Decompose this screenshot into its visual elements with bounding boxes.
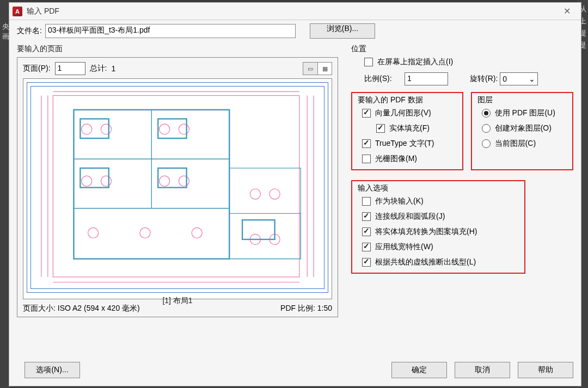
floorplan-preview bbox=[35, 90, 320, 285]
total-label: 总计: bbox=[90, 64, 107, 73]
pdf-data-legend: 要输入的 PDF 数据 bbox=[358, 95, 457, 105]
svg-point-18 bbox=[140, 227, 150, 238]
scale-label: 比例(S): bbox=[364, 74, 402, 84]
pdf-scale-label: PDF 比例: 1:50 bbox=[280, 304, 332, 313]
svg-point-20 bbox=[250, 189, 260, 199]
svg-rect-6 bbox=[74, 208, 229, 259]
view-toggle: ▭ ▦ bbox=[303, 62, 332, 75]
svg-rect-34 bbox=[242, 220, 275, 239]
browse-button[interactable]: 浏览(B)... bbox=[310, 23, 375, 39]
create-object-layers-radio[interactable] bbox=[482, 124, 491, 133]
svg-rect-30 bbox=[80, 119, 108, 138]
layers-group: 图层 使用 PDF 图层(U) 创建对象图层(O) 当前图层(C) bbox=[471, 92, 573, 170]
svg-rect-33 bbox=[158, 168, 186, 188]
as-block-label: 作为块输入(K) bbox=[375, 196, 424, 206]
svg-point-19 bbox=[192, 227, 202, 238]
preview-legend: 要输入的页面 bbox=[17, 44, 338, 54]
use-pdf-layers-radio[interactable] bbox=[482, 109, 491, 118]
ok-button[interactable]: 确定 bbox=[391, 362, 447, 378]
dialog-footer: 选项(N)... 确定 取消 帮助 bbox=[17, 362, 573, 378]
solid-fills-label: 实体填充(F) bbox=[389, 124, 430, 133]
current-layer-label: 当前图层(C) bbox=[495, 139, 536, 149]
svg-rect-0 bbox=[53, 96, 299, 277]
thumbnail-frame[interactable] bbox=[27, 82, 328, 293]
thumbnail-container: [1] 布局1 bbox=[23, 78, 332, 299]
svg-point-14 bbox=[101, 176, 111, 186]
pdf-data-group: 要输入的 PDF 数据 向量几何图形(V) 实体填充(F) TrueType 文… bbox=[351, 92, 463, 170]
position-legend: 位置 bbox=[351, 44, 573, 54]
solid-fills-checkbox[interactable] bbox=[376, 124, 385, 133]
cancel-button[interactable]: 取消 bbox=[455, 362, 510, 378]
create-object-layers-label: 创建对象图层(O) bbox=[495, 124, 552, 133]
svg-rect-31 bbox=[158, 119, 186, 138]
file-name-input[interactable]: 03-样板间平面图_t3-布局1.pdf bbox=[45, 24, 296, 38]
current-layer-radio[interactable] bbox=[482, 139, 491, 148]
truetype-text-label: TrueType 文字(T) bbox=[375, 139, 434, 149]
use-pdf-layers-label: 使用 PDF 图层(U) bbox=[495, 108, 555, 118]
titlebar: A 输入 PDF ✕ bbox=[9, 3, 581, 20]
svg-point-10 bbox=[101, 124, 111, 134]
join-segments-label: 连接线段和圆弧段(J) bbox=[375, 212, 445, 221]
specify-on-screen-label: 在屏幕上指定插入点(I) bbox=[377, 57, 453, 67]
page-size-label: 页面大小: ISO A2 (594 x 420 毫米) bbox=[23, 304, 140, 313]
join-segments-checkbox[interactable] bbox=[362, 212, 371, 221]
svg-point-16 bbox=[179, 176, 189, 186]
svg-rect-32 bbox=[80, 168, 108, 188]
options-button[interactable]: 选项(N)... bbox=[24, 362, 80, 378]
apply-lineweights-label: 应用线宽特性(W) bbox=[375, 242, 433, 252]
import-options-group: 输入选项 作为块输入(K) 连接线段和圆弧段(J) 将实体填充转换为图案填充(H… bbox=[351, 180, 525, 274]
dialog-title: 输入 PDF bbox=[27, 7, 556, 16]
app-icon: A bbox=[13, 7, 22, 16]
raster-images-label: 光栅图像(M) bbox=[375, 154, 417, 164]
page-label: 页面(P): bbox=[23, 64, 51, 73]
vector-geometry-label: 向量几何图形(V) bbox=[375, 108, 431, 118]
svg-rect-5 bbox=[151, 159, 229, 208]
raster-images-checkbox[interactable] bbox=[362, 155, 371, 163]
import-options-legend: 输入选项 bbox=[358, 183, 519, 193]
svg-point-12 bbox=[179, 124, 189, 134]
file-label: 文件名: bbox=[17, 26, 42, 36]
infer-linetypes-label: 根据共线的虚线推断出线型(L) bbox=[375, 257, 476, 267]
specify-on-screen-checkbox[interactable] bbox=[364, 58, 373, 66]
as-block-checkbox[interactable] bbox=[362, 197, 371, 206]
page-number-input[interactable]: 1 bbox=[55, 62, 85, 75]
rotation-label: 旋转(R): bbox=[470, 74, 498, 84]
svg-point-15 bbox=[160, 176, 170, 186]
total-value: 1 bbox=[111, 64, 115, 73]
preview-box: 页面(P): 1 总计: 1 ▭ ▦ bbox=[17, 57, 338, 317]
solid-to-hatch-checkbox[interactable] bbox=[362, 227, 371, 236]
close-icon[interactable]: ✕ bbox=[556, 6, 578, 16]
scale-input[interactable]: 1 bbox=[405, 72, 448, 85]
single-view-icon[interactable]: ▭ bbox=[303, 63, 317, 75]
apply-lineweights-checkbox[interactable] bbox=[362, 243, 371, 251]
infer-linetypes-checkbox[interactable] bbox=[362, 258, 371, 267]
help-button[interactable]: 帮助 bbox=[518, 362, 573, 378]
truetype-text-checkbox[interactable] bbox=[362, 139, 371, 148]
svg-point-17 bbox=[88, 227, 99, 238]
chevron-down-icon: ⌄ bbox=[529, 75, 535, 83]
svg-point-21 bbox=[270, 189, 280, 199]
svg-point-13 bbox=[82, 176, 92, 186]
rotation-value: 0 bbox=[503, 75, 507, 83]
solid-to-hatch-label: 将实体填充转换为图案填充(H) bbox=[375, 227, 477, 237]
rotation-select[interactable]: 0 ⌄ bbox=[500, 72, 538, 85]
file-row: 文件名: 03-样板间平面图_t3-布局1.pdf 浏览(B)... bbox=[17, 23, 573, 39]
svg-point-11 bbox=[160, 124, 170, 134]
position-group: 位置 在屏幕上指定插入点(I) 比例(S): 1 旋转(R): 0 ⌄ bbox=[351, 44, 573, 85]
import-pdf-dialog: A 输入 PDF ✕ 文件名: 03-样板间平面图_t3-布局1.pdf 浏览(… bbox=[9, 2, 581, 386]
layers-legend: 图层 bbox=[477, 95, 567, 105]
svg-rect-4 bbox=[74, 159, 151, 208]
svg-point-9 bbox=[82, 124, 92, 134]
grid-view-icon[interactable]: ▦ bbox=[317, 63, 332, 75]
vector-geometry-checkbox[interactable] bbox=[362, 109, 371, 118]
